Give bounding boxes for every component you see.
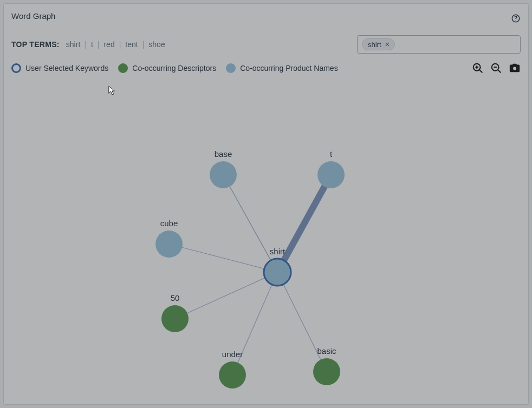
- panel-header: Word Graph: [11, 11, 521, 23]
- graph-node-user[interactable]: [264, 259, 291, 286]
- legend-descriptors[interactable]: Co-occurring Descriptors: [118, 63, 216, 73]
- graph-node-label: cube: [160, 219, 178, 228]
- legend-label: Co-occurring Descriptors: [132, 64, 216, 73]
- legend-label: User Selected Keywords: [25, 64, 108, 73]
- top-terms-label: TOP TERMS:: [11, 40, 60, 49]
- graph-node-product[interactable]: [155, 231, 183, 258]
- graph-node-product[interactable]: [317, 161, 345, 188]
- svg-point-1: [515, 20, 516, 21]
- panel-title: Word Graph: [11, 11, 55, 21]
- search-input[interactable]: shirt: [357, 35, 521, 54]
- graph-edge: [277, 175, 331, 272]
- camera-icon[interactable]: [509, 62, 521, 74]
- graph-node-label: t: [330, 149, 333, 159]
- svg-line-9: [498, 70, 501, 73]
- graph-node-label: basic: [317, 346, 336, 356]
- search-chip-label: shirt: [368, 41, 381, 49]
- legend-swatch-product: [226, 63, 236, 73]
- svg-point-11: [513, 67, 516, 70]
- chip-remove-icon[interactable]: [384, 41, 391, 48]
- top-term-item[interactable]: t: [90, 40, 94, 49]
- legend-row: User Selected Keywords Co-occurring Desc…: [11, 62, 521, 74]
- legend-product-names[interactable]: Co-occurring Product Names: [226, 63, 338, 73]
- legend-swatch-descriptor: [118, 63, 128, 73]
- graph-svg[interactable]: shirttbasecube50underbasic: [4, 85, 528, 404]
- graph-node-label: 50: [171, 293, 180, 302]
- zoom-in-icon[interactable]: [472, 62, 484, 74]
- search-container: shirt: [357, 35, 521, 54]
- svg-line-5: [479, 70, 482, 73]
- graph-edge: [175, 272, 277, 319]
- top-terms-row: TOP TERMS: shirt | t | red | tent | shoe…: [11, 35, 521, 54]
- legend-swatch-user: [11, 63, 21, 73]
- top-term-item[interactable]: shoe: [147, 40, 166, 49]
- graph-node-descriptor[interactable]: [161, 305, 189, 332]
- graph-node-label: base: [215, 149, 232, 159]
- graph-edge: [169, 244, 277, 272]
- graph-canvas[interactable]: shirttbasecube50underbasic: [4, 85, 528, 404]
- graph-node-product[interactable]: [210, 161, 237, 188]
- top-terms-list: shirt | t | red | tent | shoe: [65, 40, 166, 49]
- help-icon[interactable]: [511, 14, 521, 23]
- graph-tools: [472, 62, 521, 74]
- graph-edge: [232, 272, 277, 375]
- top-term-item[interactable]: tent: [124, 40, 139, 49]
- graph-edge: [223, 175, 277, 272]
- legend-label: Co-occurring Product Names: [240, 64, 338, 73]
- legend-user-selected[interactable]: User Selected Keywords: [11, 63, 108, 73]
- zoom-out-icon[interactable]: [490, 62, 502, 74]
- graph-node-descriptor[interactable]: [219, 361, 246, 389]
- graph-edge: [277, 272, 327, 372]
- top-term-item[interactable]: red: [102, 40, 115, 49]
- search-chip: shirt: [362, 38, 395, 50]
- top-term-item[interactable]: shirt: [65, 40, 81, 49]
- graph-node-label: under: [222, 350, 243, 359]
- graph-node-label: shirt: [270, 247, 286, 256]
- word-graph-panel: Word Graph TOP TERMS: shirt | t | red | …: [3, 3, 529, 405]
- graph-node-descriptor[interactable]: [313, 358, 340, 385]
